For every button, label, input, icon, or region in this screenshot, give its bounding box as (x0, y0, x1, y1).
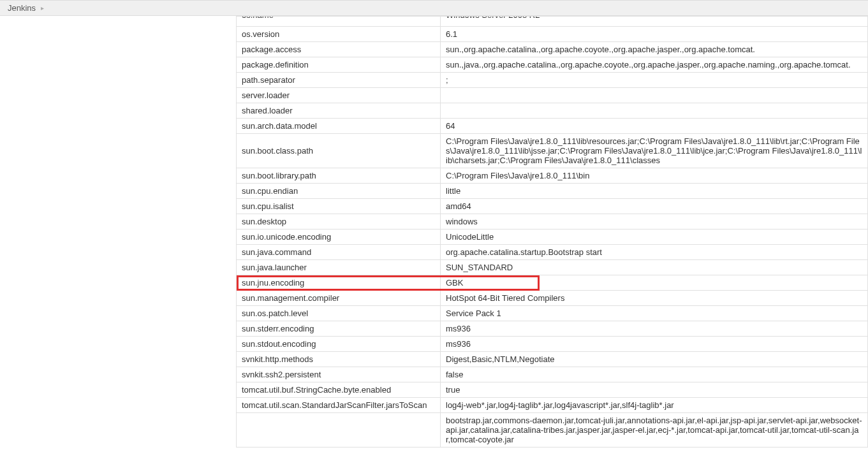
property-value: C:\Program Files\Java\jre1.8.0_111\lib\r… (441, 134, 868, 168)
table-row: sun.desktopwindows (237, 214, 868, 229)
system-properties-table: os.nameWindows Server 2008 R2os.version6… (236, 16, 868, 448)
table-row: sun.boot.library.pathC:\Program Files\Ja… (237, 168, 868, 184)
property-name: sun.jnu.encoding (237, 275, 441, 291)
property-value: org.apache.catalina.startup.Bootstrap st… (441, 245, 868, 260)
property-name: package.access (237, 42, 441, 57)
property-name: tomcat.util.buf.StringCache.byte.enabled (237, 382, 441, 398)
table-row: sun.stderr.encodingms936 (237, 321, 868, 337)
table-row: package.accesssun.,org.apache.catalina.,… (237, 42, 868, 57)
property-name: sun.stdout.encoding (237, 337, 441, 352)
property-value: SUN_STANDARD (441, 260, 868, 275)
property-name: sun.desktop (237, 214, 441, 229)
table-row: tomcat.util.buf.StringCache.byte.enabled… (237, 382, 868, 398)
property-name: svnkit.http.methods (237, 352, 441, 367)
property-name: svnkit.ssh2.persistent (237, 367, 441, 382)
property-name: server.loader (237, 88, 441, 103)
table-row: tomcat.util.scan.StandardJarScanFilter.j… (237, 398, 868, 413)
property-value: Service Pack 1 (441, 306, 868, 321)
property-name: sun.os.patch.level (237, 306, 441, 321)
property-value: Windows Server 2008 R2 (441, 17, 868, 27)
property-value: true (441, 382, 868, 398)
content-wrapper: os.nameWindows Server 2008 R2os.version6… (0, 16, 868, 448)
property-value: ms936 (441, 321, 868, 337)
property-value: windows (441, 214, 868, 229)
property-value: C:\Program Files\Java\jre1.8.0_111\bin (441, 168, 868, 184)
property-name: tomcat.util.scan.StandardJarScanFilter.j… (237, 398, 441, 413)
property-name: os.version (237, 27, 441, 42)
table-row: sun.os.patch.levelService Pack 1 (237, 306, 868, 321)
table-row: sun.cpu.isalistamd64 (237, 199, 868, 214)
table-row: sun.cpu.endianlittle (237, 184, 868, 199)
table-row: sun.io.unicode.encodingUnicodeLittle (237, 229, 868, 245)
property-value: 6.1 (441, 27, 868, 42)
table-row: shared.loader (237, 103, 868, 119)
breadcrumb: Jenkins ▸ (0, 0, 868, 16)
table-row: sun.boot.class.pathC:\Program Files\Java… (237, 134, 868, 168)
property-name: sun.stderr.encoding (237, 321, 441, 337)
property-name (237, 413, 441, 448)
breadcrumb-jenkins[interactable]: Jenkins (8, 3, 36, 13)
property-name: sun.management.compiler (237, 291, 441, 306)
property-value: ms936 (441, 337, 868, 352)
table-row: path.separator; (237, 73, 868, 88)
property-name: sun.arch.data.model (237, 119, 441, 134)
property-value: UnicodeLittle (441, 229, 868, 245)
property-name: package.definition (237, 57, 441, 73)
property-value: 64 (441, 119, 868, 134)
table-row: bootstrap.jar,commons-daemon.jar,tomcat-… (237, 413, 868, 448)
table-row: svnkit.ssh2.persistentfalse (237, 367, 868, 382)
property-value: false (441, 367, 868, 382)
table-row: sun.stdout.encodingms936 (237, 337, 868, 352)
property-value (441, 88, 868, 103)
table-row: os.version6.1 (237, 27, 868, 42)
property-name: shared.loader (237, 103, 441, 119)
property-value: HotSpot 64-Bit Tiered Compilers (441, 291, 868, 306)
property-value: sun.,java.,org.apache.catalina.,org.apac… (441, 57, 868, 73)
property-name: sun.java.command (237, 245, 441, 260)
table-row: sun.arch.data.model64 (237, 119, 868, 134)
table-row: server.loader (237, 88, 868, 103)
table-row: svnkit.http.methodsDigest,Basic,NTLM,Neg… (237, 352, 868, 367)
property-name: sun.io.unicode.encoding (237, 229, 441, 245)
table-row: sun.management.compilerHotSpot 64-Bit Ti… (237, 291, 868, 306)
table-row: package.definitionsun.,java.,org.apache.… (237, 57, 868, 73)
property-value: bootstrap.jar,commons-daemon.jar,tomcat-… (441, 413, 868, 448)
property-value: ; (441, 73, 868, 88)
property-name: sun.cpu.endian (237, 184, 441, 199)
property-name: sun.java.launcher (237, 260, 441, 275)
property-value: Digest,Basic,NTLM,Negotiate (441, 352, 868, 367)
table-row: sun.java.commandorg.apache.catalina.star… (237, 245, 868, 260)
property-value: little (441, 184, 868, 199)
property-value: amd64 (441, 199, 868, 214)
property-name: sun.boot.class.path (237, 134, 441, 168)
property-value: GBK (441, 275, 868, 291)
property-value: log4j-web*.jar,log4j-taglib*.jar,log4jav… (441, 398, 868, 413)
table-row: sun.java.launcherSUN_STANDARD (237, 260, 868, 275)
chevron-right-icon: ▸ (41, 4, 44, 11)
property-name: sun.cpu.isalist (237, 199, 441, 214)
table-row: os.nameWindows Server 2008 R2 (237, 17, 868, 27)
table-row: sun.jnu.encodingGBK (237, 275, 868, 291)
property-value (441, 103, 868, 119)
property-name: path.separator (237, 73, 441, 88)
property-name: sun.boot.library.path (237, 168, 441, 184)
property-value: sun.,org.apache.catalina.,org.apache.coy… (441, 42, 868, 57)
property-name: os.name (237, 17, 441, 27)
